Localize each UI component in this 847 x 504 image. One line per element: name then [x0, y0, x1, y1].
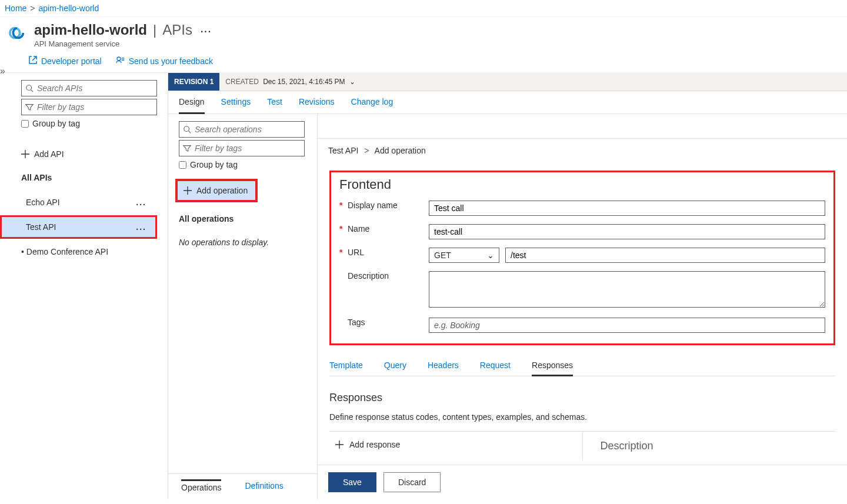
plus-icon [335, 440, 344, 449]
chevron-down-icon: ⌄ [487, 251, 494, 260]
tab-settings[interactable]: Settings [221, 97, 251, 114]
crumb-resource[interactable]: apim-hello-world [39, 4, 99, 13]
apim-icon [8, 24, 26, 42]
search-operations-input[interactable] [195, 125, 301, 134]
display-name-field[interactable] [429, 201, 825, 216]
revision-bar: REVISION 1 CREATED Dec 15, 2021, 4:16:45… [168, 73, 847, 91]
group-by-tag-input[interactable] [21, 120, 29, 128]
name-field[interactable] [429, 224, 825, 239]
discard-button[interactable]: Discard [384, 472, 441, 492]
developer-portal-label: Developer portal [41, 56, 102, 66]
subtab-responses[interactable]: Responses [532, 361, 573, 376]
filter-icon [183, 144, 191, 152]
page-subtitle: API Management service [34, 39, 212, 48]
label-tags: Tags [348, 318, 365, 327]
subtab-template[interactable]: Template [329, 361, 363, 371]
feedback-icon [116, 55, 125, 66]
developer-portal-link[interactable]: Developer portal [28, 55, 102, 66]
group-by-tag-checkbox[interactable]: Group by tag [21, 119, 157, 128]
filter-operations-box[interactable] [179, 140, 305, 156]
add-response-label: Add response [349, 440, 400, 449]
search-icon [183, 125, 191, 133]
responses-desc: Define response status codes, content ty… [329, 412, 835, 422]
page-title: apim-hello-world [34, 22, 147, 38]
apim-logo [8, 24, 26, 42]
subtab-query[interactable]: Query [384, 361, 406, 371]
page-section: APIs [162, 22, 192, 38]
all-operations-header[interactable]: All operations [179, 214, 306, 223]
feedback-link[interactable]: Send us your feedback [116, 55, 213, 66]
tags-field[interactable] [429, 318, 825, 333]
filter-apis-input[interactable] [37, 102, 153, 112]
operations-pane: Group by tag Add operation All operation… [168, 114, 318, 499]
frontend-title: Frontend [339, 177, 825, 192]
filter-icon [25, 103, 34, 111]
svg-point-2 [117, 57, 121, 61]
footer-tab-definitions[interactable]: Definitions [245, 481, 283, 492]
subtab-headers[interactable]: Headers [428, 361, 459, 371]
filter-apis-box[interactable] [21, 99, 157, 115]
title-separator: | [153, 22, 156, 38]
revision-created-label: CREATED [225, 78, 258, 86]
response-description-header: Description [589, 440, 653, 452]
api-item-demo-conference[interactable]: • Demo Conference API [0, 240, 157, 263]
group-by-tag-ops-checkbox[interactable]: Group by tag [179, 160, 306, 169]
api-item-echo[interactable]: Echo API ... [0, 191, 157, 214]
http-method-select[interactable]: GET ⌄ [429, 248, 499, 263]
crumb-sep: > [30, 4, 35, 13]
api-name: Echo API [26, 198, 60, 207]
svg-point-5 [184, 126, 189, 132]
crumb-api[interactable]: Test API [328, 146, 358, 155]
api-name: Demo Conference API [26, 247, 108, 256]
api-name: Test API [26, 222, 56, 232]
plus-icon [21, 150, 29, 158]
crumb-action: Add operation [375, 146, 426, 155]
http-method-value: GET [434, 251, 451, 260]
responses-title: Responses [329, 392, 835, 404]
chevron-down-icon[interactable]: ⌄ [349, 78, 355, 86]
tab-test[interactable]: Test [267, 97, 282, 114]
footer-tab-operations[interactable]: Operations [181, 479, 221, 492]
api-more-icon[interactable]: ... [136, 198, 146, 207]
api-item-test[interactable]: Test API ... [0, 215, 157, 239]
api-list-pane: Group by tag Add API All APIs Echo API .… [0, 73, 168, 499]
group-by-tag-ops-label: Group by tag [190, 160, 238, 169]
add-response-button[interactable]: Add response [335, 440, 576, 449]
group-by-tag-ops-input[interactable] [179, 161, 186, 169]
group-by-tag-label: Group by tag [32, 119, 80, 128]
api-more-icon[interactable]: ... [136, 222, 146, 232]
search-apis-box[interactable] [21, 80, 157, 96]
operation-subtabs: Template Query Headers Request Responses [329, 361, 835, 376]
subtab-request[interactable]: Request [480, 361, 511, 371]
description-field[interactable] [429, 271, 825, 308]
svg-line-4 [31, 90, 34, 92]
feedback-label: Send us your feedback [129, 56, 213, 66]
filter-operations-input[interactable] [195, 143, 301, 153]
add-api-button[interactable]: Add API [21, 149, 157, 159]
breadcrumb: Home > apim-hello-world [0, 0, 847, 17]
revision-badge[interactable]: REVISION 1 [168, 73, 219, 91]
search-icon [25, 84, 34, 92]
crumb-home[interactable]: Home [5, 4, 26, 13]
search-operations-box[interactable] [179, 121, 305, 138]
frontend-section: Frontend *Display name *Name *URL [329, 171, 835, 345]
tab-revisions[interactable]: Revisions [299, 97, 335, 114]
url-field[interactable] [505, 248, 825, 263]
label-display-name: Display name [348, 201, 398, 210]
revision-created-value: Dec 15, 2021, 4:16:45 PM [263, 78, 345, 86]
more-button[interactable]: ··· [201, 26, 212, 37]
search-apis-input[interactable] [37, 84, 153, 93]
add-operation-button[interactable]: Add operation [176, 180, 256, 201]
expand-handle-icon[interactable]: » [0, 66, 5, 76]
save-button[interactable]: Save [328, 472, 376, 492]
tab-design[interactable]: Design [179, 97, 205, 114]
page-header: apim-hello-world | APIs ··· API Manageme… [0, 17, 847, 51]
action-bar: Save Discard [318, 465, 847, 499]
no-operations-message: No operations to display. [179, 238, 306, 247]
external-link-icon [28, 55, 38, 66]
all-apis-header[interactable]: All APIs [21, 173, 157, 182]
right-breadcrumb: Test API > Add operation [318, 139, 847, 162]
svg-point-3 [26, 85, 32, 91]
label-url: URL [348, 248, 364, 257]
tab-changelog[interactable]: Change log [351, 97, 394, 114]
